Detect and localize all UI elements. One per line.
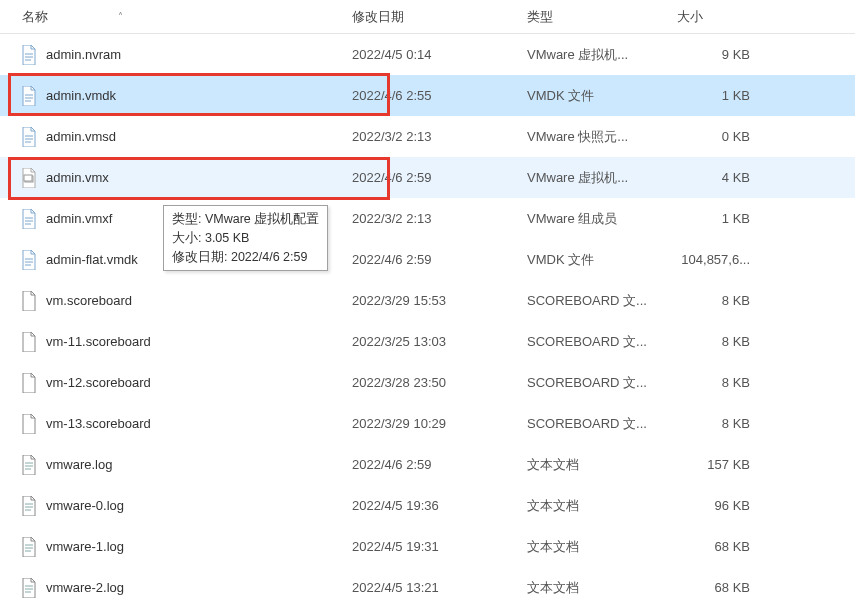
file-date: 2022/3/2 2:13 bbox=[340, 211, 515, 226]
file-icon bbox=[20, 372, 38, 394]
file-type: VMware 组成员 bbox=[515, 210, 665, 228]
table-row[interactable]: admin.vmsd2022/3/2 2:13VMware 快照元...0 KB bbox=[0, 116, 855, 157]
file-size: 1 KB bbox=[665, 88, 795, 103]
file-name: vmware-1.log bbox=[46, 539, 124, 554]
file-type: 文本文档 bbox=[515, 497, 665, 515]
file-date: 2022/4/6 2:59 bbox=[340, 252, 515, 267]
table-row[interactable]: vmware-0.log2022/4/5 19:36文本文档96 KB bbox=[0, 485, 855, 526]
file-date: 2022/4/5 19:31 bbox=[340, 539, 515, 554]
table-row[interactable]: admin.vmxf2022/3/2 2:13VMware 组成员1 KB bbox=[0, 198, 855, 239]
file-icon bbox=[20, 454, 38, 476]
file-icon bbox=[20, 290, 38, 312]
file-name: vmware-2.log bbox=[46, 580, 124, 595]
table-row[interactable]: vm.scoreboard2022/3/29 15:53SCOREBOARD 文… bbox=[0, 280, 855, 321]
table-row[interactable]: vmware.log2022/4/6 2:59文本文档157 KB bbox=[0, 444, 855, 485]
file-size: 96 KB bbox=[665, 498, 795, 513]
file-name-cell: vmware-2.log bbox=[0, 577, 340, 599]
file-icon bbox=[20, 577, 38, 599]
file-type: 文本文档 bbox=[515, 456, 665, 474]
file-type: VMDK 文件 bbox=[515, 251, 665, 269]
file-name-cell: admin.vmsd bbox=[0, 126, 340, 148]
file-size: 104,857,6... bbox=[665, 252, 795, 267]
header-date-label: 修改日期 bbox=[352, 8, 404, 26]
file-icon bbox=[20, 249, 38, 271]
table-row[interactable]: vmware-2.log2022/4/5 13:21文本文档68 KB bbox=[0, 567, 855, 608]
file-date: 2022/3/2 2:13 bbox=[340, 129, 515, 144]
file-size: 8 KB bbox=[665, 375, 795, 390]
file-name: vm-12.scoreboard bbox=[46, 375, 151, 390]
file-size: 8 KB bbox=[665, 334, 795, 349]
header-name[interactable]: 名称 ˄ bbox=[0, 0, 340, 33]
file-name-cell: admin.vmx bbox=[0, 167, 340, 189]
file-name-cell: admin.vmdk bbox=[0, 85, 340, 107]
file-date: 2022/4/6 2:59 bbox=[340, 457, 515, 472]
header-type[interactable]: 类型 bbox=[515, 0, 665, 33]
file-type: VMware 虚拟机... bbox=[515, 169, 665, 187]
file-name: vm-13.scoreboard bbox=[46, 416, 151, 431]
table-row[interactable]: vm-13.scoreboard2022/3/29 10:29SCOREBOAR… bbox=[0, 403, 855, 444]
table-row[interactable]: vmware-1.log2022/4/5 19:31文本文档68 KB bbox=[0, 526, 855, 567]
file-size: 0 KB bbox=[665, 129, 795, 144]
file-icon bbox=[20, 536, 38, 558]
file-name-cell: vm-13.scoreboard bbox=[0, 413, 340, 435]
svg-rect-10 bbox=[24, 175, 32, 181]
file-type: SCOREBOARD 文... bbox=[515, 374, 665, 392]
file-size: 1 KB bbox=[665, 211, 795, 226]
column-headers: 名称 ˄ 修改日期 类型 大小 bbox=[0, 0, 855, 34]
file-icon bbox=[20, 126, 38, 148]
table-row[interactable]: admin-flat.vmdk2022/4/6 2:59VMDK 文件104,8… bbox=[0, 239, 855, 280]
table-row[interactable]: vm-11.scoreboard2022/3/25 13:03SCOREBOAR… bbox=[0, 321, 855, 362]
file-icon bbox=[20, 413, 38, 435]
file-type: VMware 快照元... bbox=[515, 128, 665, 146]
file-name-cell: vm-11.scoreboard bbox=[0, 331, 340, 353]
file-name-cell: vmware-1.log bbox=[0, 536, 340, 558]
file-date: 2022/3/29 10:29 bbox=[340, 416, 515, 431]
file-type: VMware 虚拟机... bbox=[515, 46, 665, 64]
file-date: 2022/3/29 15:53 bbox=[340, 293, 515, 308]
tooltip-type: 类型: VMware 虚拟机配置 bbox=[172, 210, 319, 229]
file-name: vm-11.scoreboard bbox=[46, 334, 151, 349]
header-date[interactable]: 修改日期 bbox=[340, 0, 515, 33]
file-icon bbox=[20, 208, 38, 230]
tooltip-size: 大小: 3.05 KB bbox=[172, 229, 319, 248]
file-icon bbox=[20, 85, 38, 107]
file-icon bbox=[20, 495, 38, 517]
sort-ascending-icon: ˄ bbox=[118, 11, 123, 22]
file-type: SCOREBOARD 文... bbox=[515, 292, 665, 310]
file-name: vmware.log bbox=[46, 457, 112, 472]
file-date: 2022/4/6 2:59 bbox=[340, 170, 515, 185]
file-size: 9 KB bbox=[665, 47, 795, 62]
file-name-cell: admin.nvram bbox=[0, 44, 340, 66]
tooltip-date: 修改日期: 2022/4/6 2:59 bbox=[172, 248, 319, 267]
file-date: 2022/4/6 2:55 bbox=[340, 88, 515, 103]
file-list: admin.nvram2022/4/5 0:14VMware 虚拟机...9 K… bbox=[0, 34, 855, 608]
table-row[interactable]: admin.nvram2022/4/5 0:14VMware 虚拟机...9 K… bbox=[0, 34, 855, 75]
file-name: admin.vmx bbox=[46, 170, 109, 185]
file-type: 文本文档 bbox=[515, 579, 665, 597]
file-name: vmware-0.log bbox=[46, 498, 124, 513]
header-size-label: 大小 bbox=[677, 8, 703, 26]
file-name: admin.nvram bbox=[46, 47, 121, 62]
file-icon bbox=[20, 44, 38, 66]
table-row[interactable]: vm-12.scoreboard2022/3/28 23:50SCOREBOAR… bbox=[0, 362, 855, 403]
file-type: VMDK 文件 bbox=[515, 87, 665, 105]
file-icon bbox=[20, 167, 38, 189]
file-name: admin.vmxf bbox=[46, 211, 112, 226]
table-row[interactable]: admin.vmx2022/4/6 2:59VMware 虚拟机...4 KB bbox=[0, 157, 855, 198]
header-type-label: 类型 bbox=[527, 8, 553, 26]
file-type: SCOREBOARD 文... bbox=[515, 415, 665, 433]
header-size[interactable]: 大小 bbox=[665, 0, 795, 33]
file-type: SCOREBOARD 文... bbox=[515, 333, 665, 351]
file-size: 157 KB bbox=[665, 457, 795, 472]
file-name-cell: vmware.log bbox=[0, 454, 340, 476]
table-row[interactable]: admin.vmdk2022/4/6 2:55VMDK 文件1 KB bbox=[0, 75, 855, 116]
file-name-cell: vm.scoreboard bbox=[0, 290, 340, 312]
file-name-cell: vmware-0.log bbox=[0, 495, 340, 517]
file-name: admin.vmdk bbox=[46, 88, 116, 103]
file-tooltip: 类型: VMware 虚拟机配置 大小: 3.05 KB 修改日期: 2022/… bbox=[163, 205, 328, 271]
file-size: 8 KB bbox=[665, 416, 795, 431]
file-size: 68 KB bbox=[665, 539, 795, 554]
file-icon bbox=[20, 331, 38, 353]
file-date: 2022/4/5 13:21 bbox=[340, 580, 515, 595]
file-name-cell: vm-12.scoreboard bbox=[0, 372, 340, 394]
